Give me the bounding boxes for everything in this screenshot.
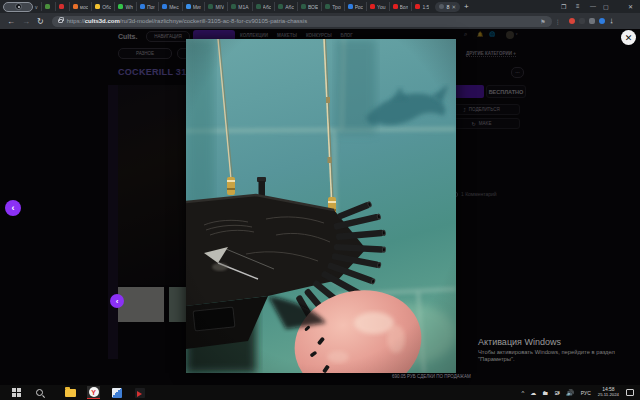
sales-caption: 690.05 РУБ СДЕЛКИ ПО ПРОДАЖАМ [392,374,471,379]
browser-tab[interactable]: мос [69,2,92,11]
start-button[interactable] [10,386,23,399]
tab-label: Мес [169,4,179,10]
background-tabs: мосОбсWhПогМесМигMIVМ1ААбсАбсВОЕТроРосYo… [41,0,433,13]
maximize-button[interactable]: ▢ [603,3,609,10]
tab-favicon-icon [301,4,306,9]
tab-group-close-icon[interactable]: ✕ [451,4,456,10]
browser-menu-icon[interactable]: ≡ [576,3,580,9]
close-icon: ✕ [625,33,633,43]
tray-chevron-icon[interactable]: ^ [521,390,524,396]
tab-group-icon [439,4,444,9]
panels-icon[interactable]: ❐ [561,3,566,10]
address-bar[interactable]: https:// cults3d.com /ru/3d-model/razlic… [52,16,552,27]
notification-center-icon[interactable] [626,389,634,396]
toolbar-overflow-icon[interactable]: ⋮ [555,18,561,25]
tab-favicon-icon [186,4,191,9]
file-explorer-icon[interactable] [64,386,77,399]
clock-date: 25.11.2024 [598,393,619,398]
browser-tab[interactable]: М1А [227,2,251,11]
tab-favicon-icon [140,4,145,9]
browser-tab[interactable]: Миг [182,2,205,11]
adguard-ext-icon[interactable] [569,18,575,24]
tab-label: Обс [102,4,111,10]
tab-label: You [377,4,385,10]
browser-tab[interactable]: Пог [136,2,158,11]
active-browser-tab[interactable] [3,2,33,12]
browser-tab[interactable]: Wh [114,2,136,11]
blue-ext-icon[interactable] [599,18,605,24]
yandex-browser-icon[interactable]: Y [87,386,100,399]
browser-tab[interactable]: Абс [252,2,275,11]
lightbox-photo[interactable] [186,39,456,373]
gray-ext-icon[interactable] [589,18,595,24]
tab-label: 1:5 [422,4,429,10]
system-tray: ^ ☁ 🖿 🖳 🔊 РУС 14:58 25.11.2024 [515,387,640,398]
model-photo-illustration [186,39,456,373]
tab-label: Абс [285,4,294,10]
tab-favicon-icon [118,4,123,9]
browser-tab[interactable]: Вол [389,2,412,11]
tab-label: Пог [147,4,155,10]
network-icon[interactable]: 🖳 [554,390,560,396]
watermark-line2: "Параметры". [478,356,615,362]
site-favicon-icon [15,3,22,10]
tab-label: Абс [263,4,272,10]
extensions-area [565,18,605,24]
carousel-prev-button[interactable]: ‹ [110,294,124,308]
onedrive-icon[interactable]: ☁ [530,389,536,396]
back-button[interactable]: ← [7,17,15,26]
minimize-button[interactable]: — [590,3,596,9]
tab-label: ВОЕ [308,4,318,10]
tab-label: мос [80,4,89,10]
https-lock-icon [58,19,63,23]
browser-tab[interactable] [55,2,69,11]
tab-favicon-icon [231,4,236,9]
browser-tab[interactable]: 1:5 [411,2,432,11]
tab-favicon-icon [95,4,100,9]
url-domain: cults3d.com [85,18,120,24]
browser-tab[interactable]: Мес [158,2,182,11]
windows-activation-watermark: Активация Windows Чтобы активировать Win… [478,337,615,362]
tab-group-pill[interactable]: 8 ✕ [435,2,460,12]
url-scheme: https:// [67,18,85,24]
tab-favicon-icon [73,4,78,9]
bookmark-icon[interactable]: ⚑ [540,18,545,25]
tab-favicon-icon [278,4,283,9]
tab-label: М1А [238,4,248,10]
browser-tab[interactable]: Тро [321,2,343,11]
browser-tab[interactable]: ВОЕ [297,2,321,11]
chevron-left-icon: ‹ [12,203,15,213]
dark-ext-icon[interactable] [579,18,585,24]
new-tab-button[interactable]: + [464,2,469,11]
reload-button[interactable]: ↻ [37,17,44,26]
browser-tab[interactable]: You [366,2,388,11]
browser-tab[interactable]: Обс [91,2,114,11]
browser-tab[interactable]: Рос [344,2,366,11]
tab-label: Wh [125,4,133,10]
tab-label: Тро [332,4,340,10]
media-app-icon[interactable] [133,386,146,399]
photos-app-icon[interactable] [110,386,123,399]
tab-favicon-icon [208,4,213,9]
chevron-left-icon: ‹ [116,297,119,306]
browser-tab[interactable] [41,2,55,11]
watermark-line1: Чтобы активировать Windows, перейдите в … [478,349,615,355]
lightbox-prev-button[interactable]: ‹ [5,200,21,216]
watermark-title: Активация Windows [478,337,615,347]
desktop-screen: v мосОбсWhПогМесМигMIVМ1ААбсАбсВОЕТроРос… [0,0,640,400]
browser-tab[interactable]: MIV [204,2,227,11]
close-window-button[interactable]: ✕ [628,3,633,10]
browser-tab[interactable]: Абс [274,2,297,11]
tab-favicon-icon [45,4,50,9]
lightbox-close-button[interactable]: ✕ [621,30,636,45]
tab-favicon-icon [415,4,420,9]
forward-button[interactable]: → [22,17,30,26]
tab-favicon-icon [348,4,353,9]
tab-dropdown-chevron-icon[interactable]: v [35,4,38,10]
language-indicator[interactable]: РУС [581,390,591,396]
clock[interactable]: 14:58 25.11.2024 [598,387,619,398]
taskbar-search-icon[interactable] [33,386,46,399]
downloads-icon[interactable]: ⭳ [609,18,615,24]
volume-icon[interactable]: 🔊 [566,389,574,396]
tray-badge-icon[interactable]: 🖿 [542,390,548,396]
